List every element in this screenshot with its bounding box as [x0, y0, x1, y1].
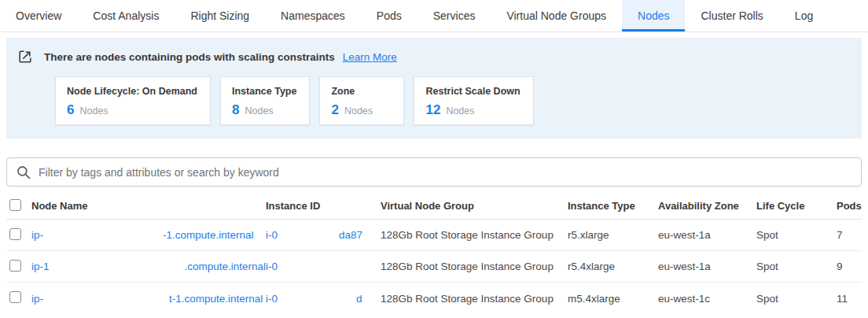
tab-cost-analysis[interactable]: Cost Analysis	[77, 0, 175, 31]
card-title: Restrict Scale Down	[425, 86, 520, 97]
cell-instance-type: r5.4xlarge	[568, 261, 658, 272]
col-virtual-node-group[interactable]: Virtual Node Group	[381, 200, 568, 212]
scale-out-icon	[17, 49, 33, 65]
nodes-table: Node Name Instance ID Virtual Node Group…	[6, 193, 862, 314]
cell-life-cycle: Spot	[756, 229, 837, 241]
search-input[interactable]	[39, 166, 851, 179]
instance-id-link[interactable]: i-0	[266, 261, 278, 272]
cell-pods: 7	[837, 229, 862, 241]
card-count: 2	[331, 102, 338, 118]
cell-availability-zone: eu-west-1c	[658, 293, 756, 305]
search-icon	[17, 165, 31, 179]
card-title: Zone	[331, 86, 391, 97]
tab-nodes[interactable]: Nodes	[622, 0, 685, 31]
cell-virtual-node-group: 128Gb Root Storage Instance Group	[381, 293, 568, 305]
cell-pods: 11	[837, 293, 862, 305]
card-count: 8	[232, 102, 239, 118]
col-instance-id[interactable]: Instance ID	[266, 200, 381, 212]
card-count: 12	[425, 102, 440, 118]
card-title: Instance Type	[232, 86, 296, 97]
col-pods[interactable]: Pods	[837, 200, 862, 212]
card-unit: Nodes	[446, 105, 474, 116]
card-unit: Nodes	[245, 105, 273, 116]
tab-bar: Overview Cost Analysis Right Sizing Name…	[0, 0, 868, 32]
table-row: ip-t-1.compute.internal i-0d 128Gb Root …	[6, 283, 862, 314]
banner-message: There are nodes containing pods with sca…	[44, 51, 335, 63]
constraint-card-node-lifecycle[interactable]: Node Lifecycle: On Demand 6 Nodes	[55, 76, 211, 125]
tab-services[interactable]: Services	[417, 0, 491, 31]
row-checkbox[interactable]	[9, 291, 21, 303]
row-checkbox[interactable]	[9, 228, 21, 240]
cell-availability-zone: eu-west-1a	[658, 261, 756, 272]
table-header: Node Name Instance ID Virtual Node Group…	[6, 193, 862, 220]
tab-cluster-rolls[interactable]: Cluster Rolls	[685, 0, 778, 31]
constraint-card-restrict-scale-down[interactable]: Restrict Scale Down 12 Nodes	[414, 76, 533, 125]
filter-bar	[6, 157, 862, 187]
scaling-constraints-banner: There are nodes containing pods with sca…	[6, 38, 862, 139]
col-instance-type[interactable]: Instance Type	[568, 200, 658, 212]
cell-virtual-node-group: 128Gb Root Storage Instance Group	[381, 229, 568, 241]
table-row: ip-1.compute.internal i-0 128Gb Root Sto…	[6, 251, 862, 283]
cell-virtual-node-group: 128Gb Root Storage Instance Group	[381, 261, 568, 272]
cell-pods: 9	[837, 261, 862, 272]
tab-virtual-node-groups[interactable]: Virtual Node Groups	[491, 0, 622, 31]
cell-life-cycle: Spot	[756, 261, 837, 272]
cell-instance-type: m5.4xlarge	[568, 293, 658, 305]
tab-right-sizing[interactable]: Right Sizing	[175, 0, 265, 31]
col-life-cycle[interactable]: Life Cycle	[756, 200, 837, 212]
constraint-card-zone[interactable]: Zone 2 Nodes	[319, 76, 404, 125]
tab-pods[interactable]: Pods	[361, 0, 417, 31]
col-availability-zone[interactable]: Availability Zone	[658, 200, 756, 212]
constraint-cards: Node Lifecycle: On Demand 6 Nodes Instan…	[55, 76, 849, 125]
cell-life-cycle: Spot	[756, 293, 837, 305]
cell-instance-type: r5.xlarge	[568, 229, 658, 241]
tab-log[interactable]: Log	[779, 0, 829, 31]
cell-availability-zone: eu-west-1a	[658, 229, 756, 241]
select-all-checkbox[interactable]	[9, 199, 21, 211]
col-node-name[interactable]: Node Name	[31, 200, 266, 212]
card-count: 6	[67, 102, 74, 118]
instance-id-link[interactable]: i-0d	[266, 293, 362, 305]
tab-namespaces[interactable]: Namespaces	[265, 0, 361, 31]
tab-overview[interactable]: Overview	[0, 0, 77, 31]
card-unit: Nodes	[79, 105, 108, 116]
node-name-link[interactable]: ip-1.compute.internal	[31, 261, 266, 272]
card-unit: Nodes	[344, 105, 373, 116]
constraint-card-instance-type[interactable]: Instance Type 8 Nodes	[220, 76, 310, 125]
learn-more-link[interactable]: Learn More	[343, 51, 397, 63]
instance-id-link[interactable]: i-0da87	[266, 229, 362, 241]
node-name-link[interactable]: ip-t-1.compute.internal	[31, 293, 263, 305]
table-row: ip--1.compute.internal i-0da87 128Gb Roo…	[6, 220, 862, 251]
row-checkbox[interactable]	[9, 260, 21, 272]
card-title: Node Lifecycle: On Demand	[67, 86, 197, 97]
node-name-link[interactable]: ip--1.compute.internal	[31, 229, 254, 241]
